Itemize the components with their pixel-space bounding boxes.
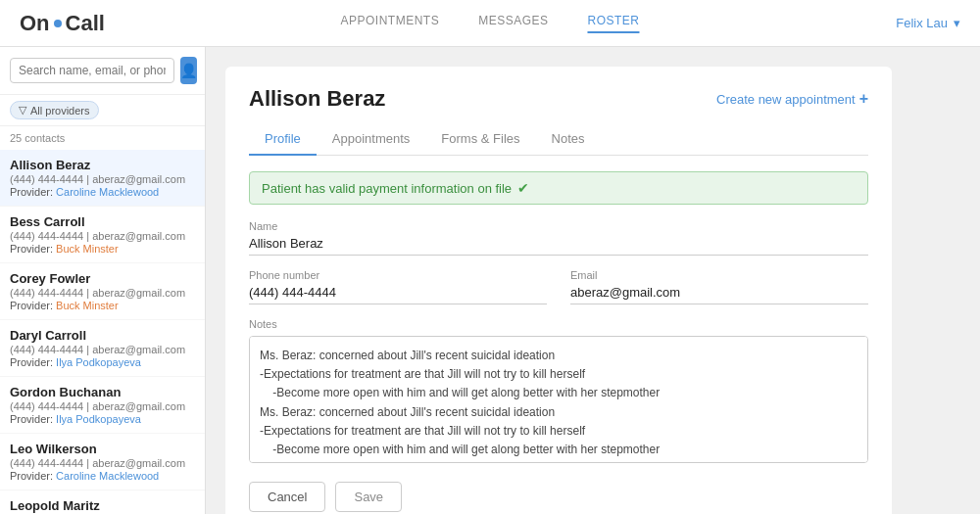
payment-text: Patient has valid payment information on… — [262, 181, 512, 196]
provider-link[interactable]: Buck Minster — [56, 243, 119, 255]
notes-section: Notes — [249, 318, 868, 466]
sidebar: 👤 ▽ All providers 25 contacts Allison Be… — [0, 47, 206, 514]
email-value: aberaz@gmail.com — [570, 285, 868, 304]
contact-name: Daryl Carroll — [10, 328, 195, 343]
phone-email-row: Phone number (444) 444-4444 Email aberaz… — [249, 269, 868, 304]
contact-item[interactable]: Bess Carroll (444) 444-4444 | aberaz@gma… — [0, 207, 205, 263]
tab-forms---files[interactable]: Forms & Files — [425, 123, 535, 156]
provider-link[interactable]: Buck Minster — [56, 300, 119, 311]
contact-name: Leo Wilkerson — [10, 442, 195, 456]
contact-item[interactable]: Leo Wilkerson (444) 444-4444 | aberaz@gm… — [0, 434, 205, 491]
name-value: Allison Beraz — [249, 236, 868, 256]
search-input[interactable] — [10, 58, 174, 83]
add-person-icon: 👤 — [180, 63, 197, 78]
contact-detail: (444) 444-4444 | aberaz@gmail.com — [10, 173, 195, 185]
email-field: Email aberaz@gmail.com — [570, 269, 868, 304]
contact-item[interactable]: Corey Fowler (444) 444-4444 | aberaz@gma… — [0, 263, 205, 320]
provider-link[interactable]: Ilya Podkopayeva — [56, 413, 141, 425]
app-logo: On Call — [20, 11, 105, 36]
phone-label: Phone number — [249, 269, 547, 281]
contact-name: Allison Beraz — [10, 158, 195, 172]
nav-messages[interactable]: MESSAGES — [478, 14, 548, 33]
contact-provider: Provider: Buck Minster — [10, 300, 195, 311]
contact-provider: Provider: Caroline Macklewood — [10, 186, 195, 198]
provider-link[interactable]: Ilya Podkopayeva — [56, 356, 141, 368]
patient-tabs: ProfileAppointmentsForms & FilesNotes — [249, 123, 868, 156]
user-name: Felix Lau — [896, 16, 948, 30]
email-label: Email — [570, 269, 868, 281]
contacts-count: 25 contacts — [0, 126, 205, 150]
plus-icon: + — [859, 90, 868, 108]
patient-header: Allison Beraz Create new appointment + — [249, 86, 868, 112]
chevron-down-icon: ▾ — [954, 16, 960, 30]
top-nav: On Call APPOINTMENTS MESSAGES ROSTER Fel… — [0, 0, 980, 47]
sidebar-search-row: 👤 — [0, 47, 205, 95]
filter-badge[interactable]: ▽ All providers — [10, 101, 99, 119]
phone-field: Phone number (444) 444-4444 — [249, 269, 547, 304]
contact-item[interactable]: Daryl Carroll (444) 444-4444 | aberaz@gm… — [0, 320, 205, 377]
contact-item[interactable]: Gordon Buchanan (444) 444-4444 | aberaz@… — [0, 377, 205, 434]
main-content: Allison Beraz Create new appointment + P… — [206, 47, 980, 514]
contact-provider: Provider: Ilya Podkopayeva — [10, 356, 195, 368]
provider-link[interactable]: Caroline Macklewood — [56, 186, 159, 198]
contact-item[interactable]: Leopold Maritz (444) 444-4444 | aberaz@g… — [0, 491, 205, 514]
patient-name: Allison Beraz — [249, 86, 385, 112]
tab-notes[interactable]: Notes — [536, 123, 601, 156]
contact-provider: Provider: Buck Minster — [10, 243, 195, 255]
contact-name: Leopold Maritz — [10, 498, 195, 513]
tab-appointments[interactable]: Appointments — [317, 123, 426, 156]
nav-links: APPOINTMENTS MESSAGES ROSTER — [340, 14, 639, 33]
add-contact-button[interactable]: 👤 — [180, 57, 197, 84]
notes-textarea[interactable] — [249, 336, 868, 463]
contact-detail: (444) 444-4444 | aberaz@gmail.com — [10, 230, 195, 242]
contact-name: Bess Carroll — [10, 214, 195, 229]
patient-card: Allison Beraz Create new appointment + P… — [225, 67, 892, 514]
save-button[interactable]: Save — [335, 482, 402, 512]
provider-link[interactable]: Caroline Macklewood — [56, 470, 159, 482]
contact-detail: (444) 444-4444 | aberaz@gmail.com — [10, 457, 195, 469]
user-menu[interactable]: Felix Lau ▾ — [896, 16, 960, 30]
main-layout: 👤 ▽ All providers 25 contacts Allison Be… — [0, 47, 980, 514]
logo-call: Call — [66, 11, 105, 36]
contacts-list: Allison Beraz (444) 444-4444 | aberaz@gm… — [0, 150, 205, 514]
contact-name: Gordon Buchanan — [10, 385, 195, 399]
contact-detail: (444) 444-4444 | aberaz@gmail.com — [10, 344, 195, 355]
contact-provider: Provider: Ilya Podkopayeva — [10, 413, 195, 425]
contact-name: Corey Fowler — [10, 271, 195, 286]
filter-row: ▽ All providers — [0, 95, 205, 126]
cancel-button[interactable]: Cancel — [249, 482, 325, 512]
filter-label: All providers — [30, 105, 90, 117]
nav-roster[interactable]: ROSTER — [588, 14, 640, 33]
contact-provider: Provider: Caroline Macklewood — [10, 470, 195, 482]
name-label: Name — [249, 220, 868, 232]
action-buttons: Cancel Save — [249, 482, 868, 512]
contact-detail: (444) 444-4444 | aberaz@gmail.com — [10, 400, 195, 412]
contact-item[interactable]: Allison Beraz (444) 444-4444 | aberaz@gm… — [0, 150, 205, 207]
nav-appointments[interactable]: APPOINTMENTS — [340, 14, 439, 33]
tab-profile[interactable]: Profile — [249, 123, 317, 156]
name-field-section: Name Allison Beraz — [249, 220, 868, 256]
logo-dot-icon — [54, 20, 62, 27]
payment-notice: Notes Patient has valid payment informat… — [249, 171, 868, 205]
create-appointment-button[interactable]: Create new appointment + — [716, 90, 868, 108]
notes-label: Notes — [249, 318, 868, 330]
phone-value: (444) 444-4444 — [249, 285, 547, 304]
create-appt-label: Create new appointment — [716, 92, 856, 107]
contact-detail: (444) 444-4444 | aberaz@gmail.com — [10, 287, 195, 299]
filter-icon: ▽ — [19, 104, 26, 117]
logo-on: On — [20, 11, 50, 36]
check-circle-icon: ✔ — [517, 180, 529, 196]
